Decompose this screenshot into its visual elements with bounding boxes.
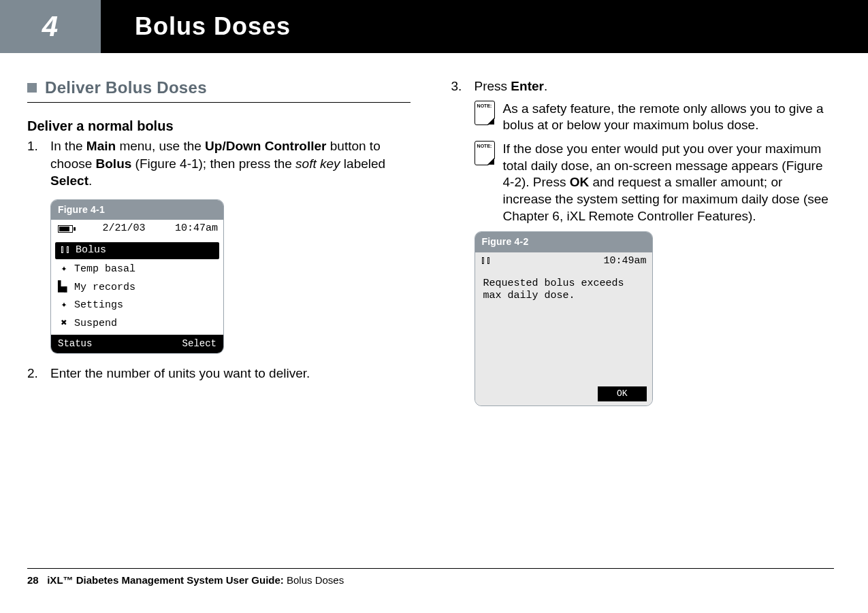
section-title: Deliver Bolus Doses [45, 78, 207, 98]
page-number: 28 [27, 574, 39, 586]
subsection-heading: Deliver a normal bolus [27, 118, 411, 135]
menu-item[interactable]: ✖Suspend [51, 315, 223, 333]
device-softkey-bar: Status Select [51, 335, 223, 354]
bolus-icon: ⫿⫿ [59, 244, 71, 257]
section-heading: Deliver Bolus Doses [27, 78, 411, 98]
softkey-ok[interactable]: OK [598, 386, 647, 401]
step-body: Press Enter. [475, 78, 835, 95]
temp-basal-icon: ✦ [58, 263, 70, 276]
menu-item[interactable]: ✦Temp basal [51, 261, 223, 279]
battery-icon [58, 225, 73, 233]
note-2: NOTE: If the dose you enter would put yo… [475, 141, 835, 225]
device-time: 10:49am [603, 255, 646, 268]
section-rule [27, 102, 411, 103]
content-area: Deliver Bolus Doses Deliver a normal bol… [0, 53, 868, 420]
device-status-bar: ⫿⫿ 10:49am [475, 252, 652, 271]
menu-item[interactable]: ⫿⫿Bolus [55, 242, 219, 259]
figure-label: Figure 4-1 [51, 200, 223, 220]
suspend-icon: ✖ [58, 318, 70, 331]
page-footer: 28 iXL™ Diabetes Management System User … [27, 568, 834, 586]
menu-item[interactable]: ✦Settings [51, 297, 223, 315]
device-date: 2/21/03 [102, 222, 145, 235]
device-softkey-bar: OK [475, 383, 652, 405]
step-body: In the Main menu, use the Up/Down Contro… [50, 137, 411, 190]
figure-4-2: Figure 4-2 ⫿⫿ 10:49am Requested bolus ex… [475, 231, 653, 406]
menu-item-label: Settings [74, 299, 123, 312]
section-bullet-icon [27, 83, 37, 93]
chapter-number: 4 [0, 0, 101, 53]
softkey-left[interactable]: Status [58, 338, 92, 350]
device-message: Requested bolus exceeds max daily dose. [475, 271, 652, 383]
step-2: 2. Enter the number of units you want to… [27, 365, 411, 382]
figure-4-1: Figure 4-1 2/21/03 10:47am ⫿⫿Bolus✦Temp … [50, 199, 224, 354]
device-menu: ⫿⫿Bolus✦Temp basal▙▖My records✦Settings✖… [51, 238, 223, 335]
device-time: 10:47am [175, 222, 218, 235]
menu-item[interactable]: ▙▖My records [51, 279, 223, 297]
left-column: Deliver Bolus Doses Deliver a normal bol… [27, 78, 411, 406]
footer-guide-title: iXL™ Diabetes Management System User Gui… [47, 574, 287, 586]
softkey-right[interactable]: Select [182, 338, 216, 350]
note-icon: NOTE: [475, 101, 495, 125]
chapter-title: Bolus Doses [101, 0, 868, 53]
step-body: Enter the number of units you want to de… [50, 365, 411, 382]
menu-item-label: Temp basal [74, 263, 135, 276]
menu-item-label: My records [74, 282, 135, 295]
step-number: 2. [27, 365, 41, 382]
page-header: 4 Bolus Doses [0, 0, 868, 53]
footer-section: Bolus Doses [287, 574, 344, 586]
step-1: 1. In the Main menu, use the Up/Down Con… [27, 137, 411, 190]
my-records-icon: ▙▖ [58, 282, 70, 295]
settings-icon: ✦ [58, 299, 70, 312]
step-3: 3. Press Enter. [451, 78, 835, 95]
bolus-icon: ⫿⫿ [481, 255, 492, 268]
note-text: If the dose you enter would put you over… [503, 141, 835, 225]
note-text: As a safety feature, the remote only all… [503, 101, 835, 134]
figure-label: Figure 4-2 [475, 232, 652, 252]
note-1: NOTE: As a safety feature, the remote on… [475, 101, 835, 134]
note-icon: NOTE: [475, 141, 495, 165]
device-status-bar: 2/21/03 10:47am [51, 220, 223, 238]
menu-item-label: Suspend [74, 318, 117, 331]
menu-item-label: Bolus [76, 244, 106, 257]
right-column: 3. Press Enter. NOTE: As a safety featur… [451, 78, 835, 406]
step-number: 1. [27, 137, 41, 190]
step-number: 3. [451, 78, 465, 95]
